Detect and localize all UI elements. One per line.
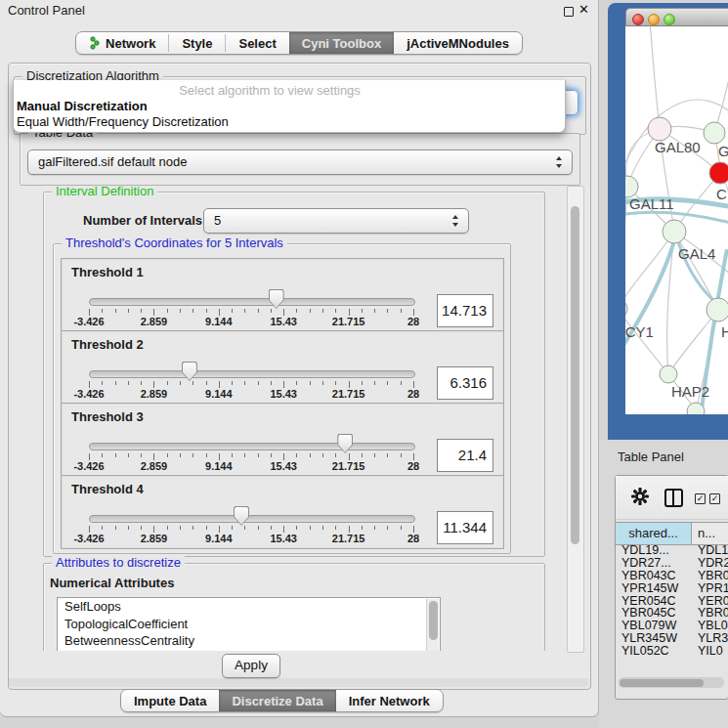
cell-name: YPR1 <box>698 582 728 595</box>
split-view-icon[interactable] <box>664 489 683 507</box>
network-window-titlebar[interactable] <box>625 8 728 26</box>
slider-tick-label: 21.715 <box>332 533 365 544</box>
checkbox-icon[interactable]: ✓ <box>695 493 706 504</box>
slider-tick <box>310 526 311 530</box>
network-node-h[interactable] <box>707 298 728 321</box>
close-icon[interactable]: ✕ <box>578 2 589 17</box>
scrollbar-thumb[interactable] <box>620 679 704 687</box>
slider-tick <box>244 526 245 530</box>
threshold-3-value-field[interactable]: 21.4 <box>437 439 493 472</box>
table-row[interactable]: YIL052CYIL0 <box>616 645 728 658</box>
network-window: GAL80GACGAL11GAL4GCY1HHAP2 <box>625 8 728 416</box>
table-row[interactable]: YBR043CYBR0 <box>616 570 728 582</box>
attribute-item-selfloops[interactable]: SelfLoops <box>58 598 440 616</box>
number-of-intervals-combobox[interactable]: 5 <box>203 208 469 234</box>
tab-impute-data[interactable]: Impute Data <box>121 690 219 711</box>
network-node-ga[interactable] <box>704 122 725 144</box>
slider-tick <box>271 526 272 530</box>
table-data-combobox[interactable]: galFiltered.sif default node <box>27 150 573 175</box>
scrollbar-thumb[interactable] <box>429 601 438 640</box>
network-node-gal80[interactable] <box>648 117 671 141</box>
slider-tick <box>335 309 336 313</box>
cell-name: YBR0 <box>698 570 728 582</box>
gear-icon[interactable] <box>630 487 650 506</box>
mac-close-icon[interactable] <box>632 14 644 25</box>
slider-tick-label: -3.426 <box>73 316 104 327</box>
network-node-c[interactable] <box>709 162 728 184</box>
tab-network[interactable]: Network <box>76 32 168 54</box>
network-node-gcy1[interactable] <box>625 299 627 319</box>
attribute-item-topologicalcoefficient[interactable]: TopologicalCoefficient <box>58 616 440 633</box>
table-row[interactable]: YDR27...YDR2 <box>616 557 728 570</box>
table-data-value: galFiltered.sif default node <box>38 150 187 174</box>
algorithm-option-equal-width-frequency-discretization[interactable]: Equal Width/Frequency Discretization <box>17 114 229 129</box>
slider-tick <box>193 453 193 457</box>
scrollbar-thumb[interactable] <box>571 206 579 544</box>
threshold-1-slider-track[interactable] <box>89 298 415 306</box>
slider-tick <box>349 526 350 533</box>
threshold-3-slider-thumb[interactable] <box>337 434 353 453</box>
algorithm-option-manual-discretization[interactable]: Manual Discretization <box>17 99 148 113</box>
column-header-shared-name[interactable]: shared... <box>616 523 692 544</box>
tab-label: Network <box>106 36 155 51</box>
numerical-attributes-list[interactable]: SelfLoopsTopologicalCoefficientBetweenne… <box>57 597 441 651</box>
threshold-2-slider-track[interactable] <box>89 370 415 378</box>
slider-tick <box>102 526 103 530</box>
slider-tick <box>413 526 414 533</box>
slider-tick <box>115 453 116 457</box>
apply-button[interactable]: Apply <box>222 654 280 678</box>
slider-tick <box>89 526 90 533</box>
slider-tick-label: -3.426 <box>73 460 104 472</box>
tab-infer-network[interactable]: Infer Network <box>336 690 443 711</box>
checkbox-icon[interactable]: ✓ <box>709 493 720 504</box>
threshold-4-value-field[interactable]: 11.344 <box>437 511 493 544</box>
network-node-label: GA <box>718 143 728 159</box>
slider-tick <box>206 309 207 313</box>
tab-label: Cyni Toolbox <box>302 36 381 51</box>
threshold-3-slider-track[interactable] <box>89 443 415 450</box>
network-node-label: GAL80 <box>655 139 701 155</box>
threshold-1-value-field[interactable]: 14.713 <box>437 294 493 327</box>
network-node-gal11[interactable] <box>625 176 638 197</box>
threshold-2-value-field[interactable]: 6.316 <box>437 366 493 400</box>
mac-zoom-icon[interactable] <box>664 14 675 25</box>
table-rows: YDL19...YDL1YDR27...YDR2YBR043CYBR0YPR14… <box>616 544 728 662</box>
threshold-4-slider-track[interactable] <box>89 515 415 523</box>
table-row[interactable]: YDL19...YDL1 <box>616 544 728 557</box>
threshold-4-slider-thumb[interactable] <box>234 506 249 526</box>
network-canvas[interactable]: GAL80GACGAL11GAL4GCY1HHAP2 <box>625 26 728 414</box>
tab-label: Impute Data <box>134 694 206 708</box>
slider-tick <box>141 309 142 313</box>
table-row[interactable]: YPR145WYPR1 <box>616 582 728 595</box>
tab-jactivemnodules[interactable]: jActiveMNodules <box>394 32 522 54</box>
mac-minimize-icon[interactable] <box>648 14 660 25</box>
network-edge[interactable] <box>650 26 660 129</box>
threshold-2-slider-thumb[interactable] <box>182 362 197 381</box>
network-node-label: HAP2 <box>671 383 709 400</box>
slider-tick <box>335 526 336 530</box>
slider-tick-label: 28 <box>407 460 419 472</box>
network-edge[interactable] <box>625 309 668 374</box>
network-edge[interactable] <box>714 46 728 133</box>
slider-tick <box>310 453 311 457</box>
column-header-name[interactable]: n... <box>698 523 715 544</box>
tab-select[interactable]: Select <box>226 32 288 54</box>
threshold-1-slider-thumb[interactable] <box>269 289 284 309</box>
settings-vertical-scrollbar[interactable] <box>567 186 584 653</box>
network-node-hap2[interactable] <box>660 365 677 383</box>
tab-discretize-data[interactable]: Discretize Data <box>219 690 335 711</box>
network-edge[interactable] <box>625 187 627 309</box>
float-window-icon[interactable] <box>564 7 574 17</box>
table-horizontal-scrollbar[interactable] <box>619 677 724 688</box>
slider-tick-label: 15.43 <box>270 316 297 327</box>
attribute-item-betweennesscentrality[interactable]: BetweennessCentrality <box>58 632 440 650</box>
network-node-gal4[interactable] <box>663 220 686 243</box>
slider-tick <box>335 453 336 457</box>
slider-tick <box>219 453 220 460</box>
tab-cyni-toolbox[interactable]: Cyni Toolbox <box>289 32 394 54</box>
algorithm-dropdown-popup: Select algorithm to view settings Manual… <box>13 80 566 133</box>
attributes-scrollbar[interactable] <box>426 599 439 651</box>
network-node-label: GCY1 <box>625 323 654 340</box>
tab-style[interactable]: Style <box>169 32 225 54</box>
slider-tick <box>413 453 414 460</box>
